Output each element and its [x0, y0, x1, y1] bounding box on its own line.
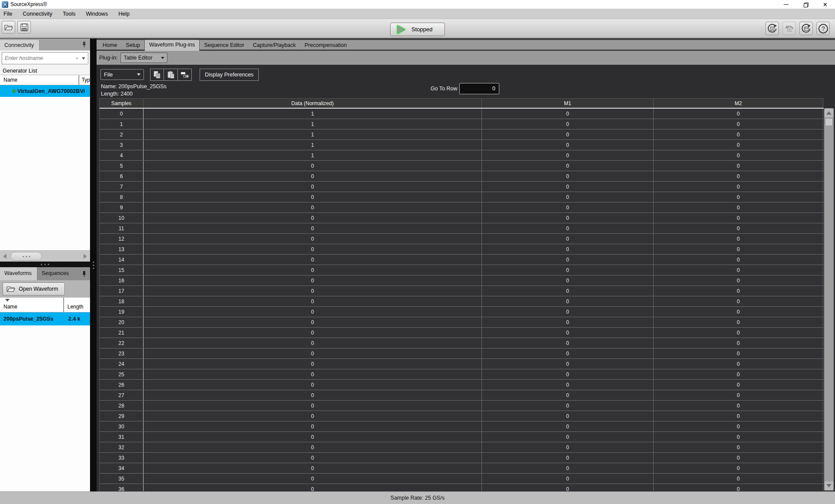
cell-m2-value[interactable]: 0: [654, 192, 823, 202]
tab-capture-playback[interactable]: Capture/Playback: [249, 40, 301, 51]
generator-column-type[interactable]: Typ: [79, 77, 90, 83]
waveform-column-length[interactable]: Length: [64, 298, 84, 312]
cell-m1-value[interactable]: 0: [482, 421, 654, 431]
cell-m1-value[interactable]: 0: [482, 453, 654, 463]
generator-column-name[interactable]: Name: [0, 75, 79, 85]
cell-sample-index[interactable]: 13: [100, 244, 144, 254]
close-button[interactable]: ✕: [815, 0, 835, 9]
insert-marker-button[interactable]: [178, 69, 192, 81]
tab-waveform-plugins[interactable]: Waveform Plug-ins: [144, 40, 200, 51]
cell-data-value[interactable]: 0: [144, 317, 482, 327]
cell-sample-index[interactable]: 16: [100, 275, 144, 285]
cell-m1-value[interactable]: 0: [482, 369, 654, 379]
table-row[interactable]: 17000: [100, 286, 824, 296]
cell-sample-index[interactable]: 34: [100, 463, 144, 473]
cell-m2-value[interactable]: 0: [654, 182, 823, 192]
cell-data-value[interactable]: 0: [144, 213, 482, 223]
cell-data-value[interactable]: 0: [144, 307, 482, 317]
table-row[interactable]: 10000: [100, 213, 824, 223]
cell-data-value[interactable]: 0: [144, 171, 482, 181]
cell-sample-index[interactable]: 2: [100, 129, 144, 139]
panel-splitter-horizontal[interactable]: [0, 262, 90, 267]
cell-m2-value[interactable]: 0: [654, 286, 823, 296]
cell-sample-index[interactable]: 18: [100, 296, 144, 306]
scrollbar-thumb[interactable]: [825, 118, 833, 126]
cell-m1-value[interactable]: 0: [482, 265, 654, 275]
cell-m2-value[interactable]: 0: [654, 265, 823, 275]
cell-m2-value[interactable]: 0: [654, 244, 823, 254]
table-row[interactable]: 18000: [100, 296, 824, 307]
table-row[interactable]: 13000: [100, 244, 824, 255]
cell-m1-value[interactable]: 0: [482, 161, 654, 171]
cell-m1-value[interactable]: 0: [482, 223, 654, 233]
cell-m2-value[interactable]: 0: [654, 421, 823, 431]
table-row[interactable]: 3100: [100, 140, 824, 150]
cell-m2-value[interactable]: 0: [654, 307, 823, 317]
cell-m1-value[interactable]: 0: [482, 348, 654, 358]
scroll-down-button[interactable]: [825, 481, 833, 490]
tab-precompensation[interactable]: Precompensation: [300, 40, 351, 51]
cell-sample-index[interactable]: 10: [100, 213, 144, 223]
cell-m1-value[interactable]: 0: [482, 244, 654, 254]
tab-sequences[interactable]: Sequences: [37, 267, 74, 280]
cell-m2-value[interactable]: 0: [654, 442, 823, 452]
display-preferences-button[interactable]: Display Preferences: [200, 69, 259, 81]
table-row[interactable]: 0100: [100, 109, 824, 119]
table-row[interactable]: 25000: [100, 369, 824, 380]
table-row[interactable]: 28000: [100, 401, 824, 411]
cell-sample-index[interactable]: 23: [100, 348, 144, 358]
cell-sample-index[interactable]: 5: [100, 161, 144, 171]
cell-m2-value[interactable]: 0: [654, 369, 823, 379]
cell-m1-value[interactable]: 0: [482, 432, 654, 442]
cell-data-value[interactable]: 0: [144, 401, 482, 411]
table-row[interactable]: 19000: [100, 307, 824, 317]
cell-data-value[interactable]: 0: [144, 265, 482, 275]
cell-m1-value[interactable]: 0: [482, 390, 654, 400]
table-row[interactable]: 32000: [100, 442, 824, 453]
cell-sample-index[interactable]: 24: [100, 359, 144, 369]
pin-icon[interactable]: [82, 41, 87, 48]
cell-m2-value[interactable]: 0: [654, 129, 823, 139]
cell-data-value[interactable]: 0: [144, 369, 482, 379]
table-row[interactable]: 21000: [100, 328, 824, 338]
table-row[interactable]: 31000: [100, 432, 824, 442]
cell-m1-value[interactable]: 0: [482, 150, 654, 160]
cell-m2-value[interactable]: 0: [654, 223, 823, 233]
cell-m2-value[interactable]: 0: [654, 359, 823, 369]
cell-sample-index[interactable]: 30: [100, 421, 144, 431]
menu-help[interactable]: Help: [118, 11, 130, 17]
save-button[interactable]: [17, 21, 31, 33]
search-icon[interactable]: [76, 54, 78, 63]
table-row[interactable]: 29000: [100, 411, 824, 421]
cell-sample-index[interactable]: 27: [100, 390, 144, 400]
undo-setup-button[interactable]: [782, 22, 796, 35]
cell-sample-index[interactable]: 11: [100, 223, 144, 233]
tab-waveforms[interactable]: Waveforms: [0, 267, 37, 280]
cell-sample-index[interactable]: 1: [100, 119, 144, 129]
cell-sample-index[interactable]: 8: [100, 192, 144, 202]
cell-sample-index[interactable]: 17: [100, 286, 144, 296]
cell-sample-index[interactable]: 15: [100, 265, 144, 275]
table-row[interactable]: 36000: [100, 484, 824, 491]
table-row[interactable]: 1100: [100, 119, 824, 129]
cell-m2-value[interactable]: 0: [654, 453, 823, 463]
cell-data-value[interactable]: 0: [144, 453, 482, 463]
table-row[interactable]: 2100: [100, 129, 824, 140]
cell-data-value[interactable]: 0: [144, 161, 482, 171]
cell-m1-value[interactable]: 0: [482, 286, 654, 296]
table-row[interactable]: 14000: [100, 255, 824, 265]
table-row[interactable]: 20000: [100, 317, 824, 328]
cell-data-value[interactable]: 0: [144, 463, 482, 473]
paste-button[interactable]: [164, 69, 178, 81]
cell-sample-index[interactable]: 29: [100, 411, 144, 421]
restore-layout-button[interactable]: [799, 22, 813, 35]
cell-sample-index[interactable]: 19: [100, 307, 144, 317]
cell-m2-value[interactable]: 0: [654, 255, 823, 265]
waveform-row-selected[interactable]: 200psPulse_25GSs 2.4 k: [0, 312, 90, 325]
cell-m2-value[interactable]: 0: [654, 380, 823, 390]
cell-m2-value[interactable]: 0: [654, 338, 823, 348]
cell-sample-index[interactable]: 3: [100, 140, 144, 150]
cell-m2-value[interactable]: 0: [654, 296, 823, 306]
cell-data-value[interactable]: 0: [144, 432, 482, 442]
tab-sequence-editor[interactable]: Sequence Editor: [200, 40, 248, 51]
